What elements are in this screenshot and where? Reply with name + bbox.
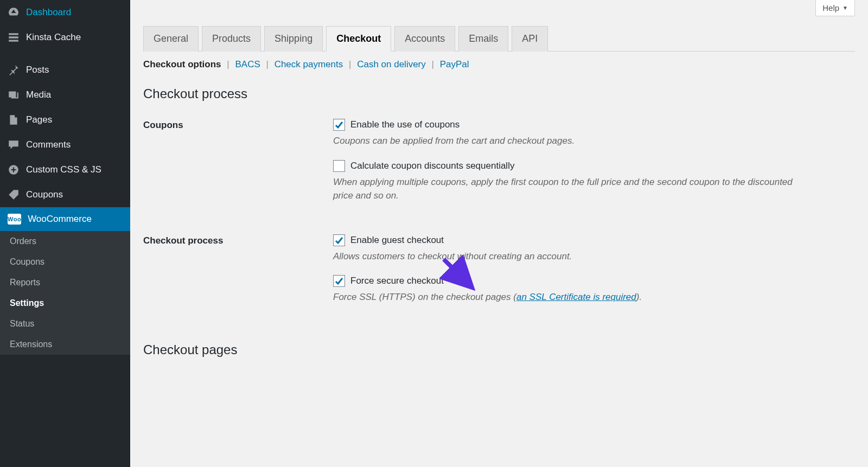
submenu-coupons[interactable]: Coupons	[0, 252, 130, 272]
checkbox-icon	[333, 234, 345, 246]
checkbox-force-secure[interactable]: Force secure checkout	[333, 275, 850, 287]
checkbox-icon	[333, 160, 345, 172]
checkbox-guest-checkout[interactable]: Enable guest checkout	[333, 234, 850, 246]
menu-label: WooCommerce	[28, 214, 92, 225]
dashboard-icon	[8, 7, 20, 18]
row-label-checkout-process: Checkout process	[143, 225, 328, 326]
help-label: Help	[822, 3, 839, 12]
subsection-bacs[interactable]: BACS	[235, 59, 260, 69]
media-icon	[8, 89, 20, 101]
tab-shipping[interactable]: Shipping	[264, 26, 323, 52]
svg-point-0	[14, 93, 16, 95]
menu-item-custom-css-js[interactable]: Custom CSS & JS	[0, 157, 130, 182]
menu-item-kinsta-cache[interactable]: Kinsta Cache	[0, 25, 130, 50]
tab-emails[interactable]: Emails	[458, 26, 508, 52]
submenu-status[interactable]: Status	[0, 314, 130, 334]
menu-label: Coupons	[26, 189, 63, 200]
pages-icon	[8, 114, 20, 126]
submenu-settings[interactable]: Settings	[0, 293, 130, 314]
ssl-required-link[interactable]: an SSL Certificate is required	[516, 292, 636, 302]
menu-item-woocommerce[interactable]: Woo WooCommerce	[0, 207, 130, 231]
desc-enable-coupons: Coupons can be applied from the cart and…	[333, 134, 800, 148]
subsection-checkout-options[interactable]: Checkout options	[143, 59, 221, 69]
tab-checkout[interactable]: Checkout	[326, 26, 391, 52]
row-label-coupons: Coupons	[143, 109, 328, 225]
checkbox-label: Calculate coupon discounts sequentially	[350, 161, 514, 171]
desc-sequential-discounts: When applying multiple coupons, apply th…	[333, 175, 800, 203]
menu-item-comments[interactable]: Comments	[0, 132, 130, 157]
menu-item-coupons[interactable]: Coupons	[0, 182, 130, 207]
menu-label: Kinsta Cache	[26, 32, 81, 43]
desc-guest-checkout: Allows customers to checkout without cre…	[333, 250, 800, 264]
menu-item-pages[interactable]: Pages	[0, 107, 130, 132]
main-content: Help ▼ General Products Shipping Checkou…	[130, 0, 868, 385]
menu-item-media[interactable]: Media	[0, 82, 130, 107]
checkbox-icon	[333, 119, 345, 131]
menu-item-dashboard[interactable]: Dashboard	[0, 0, 130, 25]
section-heading-checkout-process: Checkout process	[143, 86, 855, 101]
subsection-check-payments[interactable]: Check payments	[275, 59, 343, 69]
menu-label: Pages	[26, 114, 52, 125]
submenu-reports[interactable]: Reports	[0, 272, 130, 293]
menu-label: Comments	[26, 139, 71, 150]
comments-icon	[8, 139, 20, 151]
tab-general[interactable]: General	[143, 26, 199, 52]
menu-label: Custom CSS & JS	[26, 164, 101, 175]
checkbox-label: Force secure checkout	[350, 276, 444, 286]
menu-label: Dashboard	[26, 7, 71, 18]
checkbox-sequential-discounts[interactable]: Calculate coupon discounts sequentially	[333, 160, 850, 172]
menu-label: Media	[26, 89, 51, 100]
tab-api[interactable]: API	[512, 26, 548, 52]
settings-tabs: General Products Shipping Checkout Accou…	[143, 0, 855, 52]
checkbox-icon	[333, 275, 345, 287]
submenu-orders[interactable]: Orders	[0, 231, 130, 252]
submenu-extensions[interactable]: Extensions	[0, 334, 130, 355]
tab-accounts[interactable]: Accounts	[394, 26, 455, 52]
checkbox-label: Enable the use of coupons	[350, 119, 459, 130]
cache-icon	[8, 31, 20, 43]
help-tab[interactable]: Help ▼	[815, 0, 855, 16]
tab-products[interactable]: Products	[202, 26, 261, 52]
menu-item-posts[interactable]: Posts	[0, 57, 130, 82]
desc-force-secure: Force SSL (HTTPS) on the checkout pages …	[333, 290, 800, 304]
subsection-cash-on-delivery[interactable]: Cash on delivery	[357, 59, 426, 69]
tag-icon	[8, 189, 20, 201]
subsection-paypal[interactable]: PayPal	[440, 59, 469, 69]
checkbox-enable-coupons[interactable]: Enable the use of coupons	[333, 119, 850, 131]
pin-icon	[8, 64, 20, 76]
section-heading-checkout-pages: Checkout pages	[143, 342, 855, 357]
checkout-subsections: Checkout options | BACS | Check payments…	[143, 59, 855, 70]
woocommerce-icon: Woo	[8, 214, 21, 225]
chevron-down-icon: ▼	[843, 5, 848, 11]
admin-sidebar: Dashboard Kinsta Cache Posts Media Pages…	[0, 0, 130, 385]
checkbox-label: Enable guest checkout	[350, 235, 444, 246]
plus-circle-icon	[8, 164, 20, 176]
woocommerce-submenu: Orders Coupons Reports Settings Status E…	[0, 231, 130, 355]
menu-label: Posts	[26, 65, 49, 75]
settings-form: Coupons Enable the use of coupons Coupon…	[143, 109, 855, 326]
